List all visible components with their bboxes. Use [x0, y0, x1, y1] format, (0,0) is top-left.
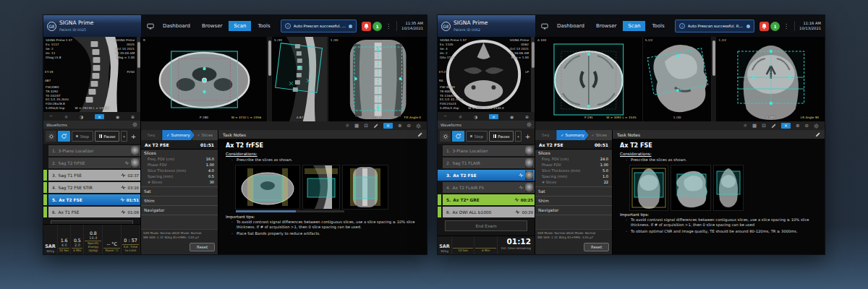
axial-viewport[interactable]: A 100 P 191 W = 3091 L = 1545 [535, 37, 643, 121]
param-row[interactable]: Spacing (mm)0.5 [141, 173, 218, 179]
sat-section[interactable]: Sat [535, 187, 612, 197]
tab-dashboard[interactable]: Dashboard [552, 21, 590, 31]
series-row[interactable]: 1. 3-Plane Localizer [443, 145, 535, 156]
collapse-icon[interactable]: ^ [49, 114, 53, 119]
series-row-selected[interactable]: 5. Ax T2 FSE 01:51 [48, 194, 140, 205]
viewer-settings-icon[interactable] [416, 124, 421, 129]
edit-notes-icon[interactable] [417, 132, 422, 137]
note-thumbnail[interactable] [343, 165, 388, 209]
param-row[interactable]: Slice Thickness (mm)5.0 [535, 168, 612, 173]
param-row[interactable]: # Slices30 [141, 179, 218, 185]
scan-settings-button[interactable] [46, 131, 56, 142]
tab-browser[interactable]: Browser [197, 21, 227, 31]
tab-scan[interactable]: Scan [229, 21, 251, 31]
series-row[interactable]: 6. Ax DWI ALL b1000 00:29 [443, 207, 535, 217]
reset-button[interactable]: Reset [584, 243, 609, 251]
zoom-in-icon[interactable]: ⊕ [131, 114, 135, 119]
slices-section[interactable]: Slices Freq. FOV (cm)24.0 Phase FOV1.00 … [535, 150, 612, 187]
note-thumbnail[interactable] [671, 165, 710, 210]
alerts-bell-icon[interactable] [362, 22, 371, 31]
reference-image-viewport[interactable]: SIGNA Prime 1.5T Ex: 1117 Se: 2 Im: 11 O… [43, 37, 140, 112]
window-level-icon[interactable]: ◑ [474, 114, 477, 119]
stop-button[interactable]: Stop [466, 131, 488, 142]
prescan-notification[interactable]: i Auto Prescan successful. R1=8 TG=186 A… [281, 20, 357, 33]
shim-section[interactable]: Shim [535, 197, 612, 206]
close-icon[interactable]: × [489, 114, 498, 119]
series-row[interactable]: 3. Sag T1 FSE 02:37 [48, 170, 140, 181]
messages-icon[interactable]: 1 [373, 22, 382, 31]
param-row[interactable]: Phase FOV1.00 [535, 162, 612, 168]
coronal-viewport[interactable]: 1 /30 I 280 Tilt Angle 0 [328, 37, 427, 121]
edit-notes-icon[interactable] [815, 132, 820, 137]
note-thumbnail[interactable] [630, 165, 668, 210]
series-row[interactable]: 4. Ax T2 FLAIR FS [443, 182, 535, 193]
pause-dropdown-icon[interactable]: ▾ [515, 131, 522, 142]
kebab-menu-icon[interactable]: ⋮ [781, 23, 791, 30]
series-row[interactable]: 1. 3-Plane Localizer [48, 145, 140, 156]
param-row[interactable]: Freq. FOV (cm)24.0 [535, 156, 612, 162]
annotate-icon[interactable] [771, 124, 776, 129]
tab-seq[interactable]: Seq [141, 130, 161, 140]
param-row[interactable]: Spacing (mm)1.0 [535, 173, 612, 179]
close-icon[interactable]: × [95, 114, 104, 119]
scan-settings-button[interactable] [440, 131, 451, 142]
thumbnail-scrollbar[interactable] [236, 210, 344, 212]
param-row[interactable]: Slice Thickness (mm)4.0 [141, 168, 218, 173]
navigator-section[interactable]: Navigator [535, 206, 612, 215]
pause-button[interactable]: Pause [95, 131, 119, 142]
zoom-out-icon[interactable]: ⊖ [407, 123, 411, 129]
zoom-in-icon[interactable]: ⊕ [398, 123, 401, 129]
slices-section[interactable]: Slices Freq. FOV (cm)16.0 Phase FOV1.00 … [141, 150, 218, 187]
note-thumbnail[interactable] [303, 165, 339, 209]
alerts-bell-icon[interactable] [760, 22, 769, 31]
note-thumbnail[interactable] [714, 165, 743, 210]
crosshair-icon[interactable]: ⊡ [364, 123, 367, 129]
add-series-button[interactable]: + [129, 131, 138, 142]
strip-scrollbar[interactable] [137, 37, 140, 112]
pause-button[interactable]: Pause [489, 131, 514, 142]
add-series-button[interactable]: + [523, 131, 532, 142]
param-row[interactable]: # Slices22 [535, 179, 612, 185]
series-row[interactable]: 2. Sag T1 FLAIR [443, 158, 535, 168]
zoom-in-icon[interactable]: ⊕ [525, 114, 529, 119]
sagittal-viewport[interactable]: 5 /22 1 /30 [643, 37, 712, 121]
series-row-selected[interactable]: 3. Ax T2 FSE [438, 170, 535, 181]
series-row[interactable]: 6. Ax T1 FSE 01:09 [48, 207, 140, 217]
grid-icon[interactable]: ▦ [752, 123, 757, 129]
waveforms-settings-icon[interactable] [132, 122, 137, 127]
monitor-icon[interactable] [147, 23, 154, 30]
brightness-icon[interactable]: ☼ [743, 123, 747, 129]
window-level-icon[interactable]: ◑ [80, 114, 83, 119]
tab-tools[interactable]: Tools [647, 21, 669, 31]
tab-summary[interactable]: ✓Summary [556, 130, 588, 140]
series-row[interactable]: 2. Sag T2 frFSE [48, 158, 140, 168]
prescan-notification[interactable]: i Auto Prescan successful. R1=11 TG=142 … [675, 20, 754, 33]
sagittal-viewport[interactable]: 5 /30 A 87 [272, 37, 328, 121]
param-row[interactable]: Phase FOV1.00 [141, 162, 218, 168]
annotate-icon[interactable] [373, 124, 378, 129]
crosshair-icon[interactable]: ⊡ [762, 123, 765, 129]
tab-dashboard[interactable]: Dashboard [158, 21, 195, 31]
reset-button[interactable]: Reset [190, 243, 215, 251]
stop-button[interactable]: Stop [72, 131, 93, 142]
shim-section[interactable]: Shim [141, 197, 218, 206]
tab-summary[interactable]: ✓Summary [162, 130, 194, 140]
close-icon[interactable]: × [383, 123, 393, 129]
kebab-menu-icon[interactable]: ⋮ [383, 23, 393, 30]
strip-scrollbar[interactable] [531, 37, 535, 112]
zoom-out-icon[interactable]: ⊖ [805, 123, 809, 129]
reference-image-viewport[interactable]: SIGNA Prime 1.5T Ex: 1105 Se: 4 Im: 2 OA… [438, 37, 535, 112]
pause-dropdown-icon[interactable]: ▾ [121, 131, 127, 142]
monitor-icon[interactable] [541, 23, 548, 30]
grid-icon[interactable]: ▦ [354, 123, 359, 129]
brightness-icon[interactable]: ☼ [345, 123, 349, 129]
tab-tools[interactable]: Tools [252, 21, 275, 31]
rescan-button[interactable] [452, 131, 464, 142]
navigator-section[interactable]: Navigator [141, 206, 218, 215]
series-row[interactable]: 4. Sag T2 FSE STIR 03:16 [48, 182, 140, 193]
sat-section[interactable]: Sat [141, 187, 218, 197]
viewer-settings-icon[interactable] [814, 124, 819, 129]
target-icon[interactable]: ◉ [510, 114, 514, 119]
brightness-icon[interactable]: ☼ [459, 114, 462, 119]
rescan-button[interactable] [58, 131, 70, 142]
